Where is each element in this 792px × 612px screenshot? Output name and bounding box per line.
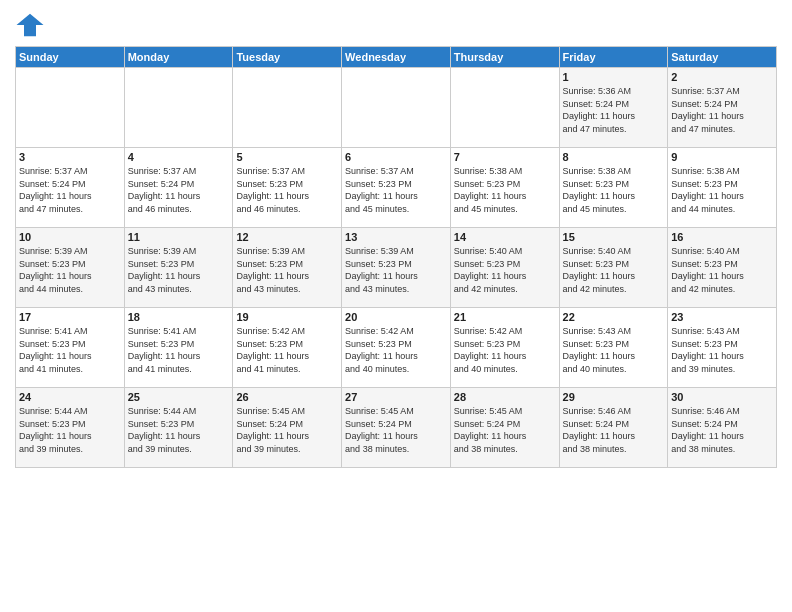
day-number: 25	[128, 391, 230, 403]
weekday-header-monday: Monday	[124, 47, 233, 68]
calendar-cell: 19Sunrise: 5:42 AM Sunset: 5:23 PM Dayli…	[233, 308, 342, 388]
weekday-header-wednesday: Wednesday	[342, 47, 451, 68]
day-info: Sunrise: 5:38 AM Sunset: 5:23 PM Dayligh…	[563, 165, 665, 215]
day-number: 8	[563, 151, 665, 163]
day-info: Sunrise: 5:41 AM Sunset: 5:23 PM Dayligh…	[128, 325, 230, 375]
day-info: Sunrise: 5:36 AM Sunset: 5:24 PM Dayligh…	[563, 85, 665, 135]
day-number: 1	[563, 71, 665, 83]
day-info: Sunrise: 5:37 AM Sunset: 5:24 PM Dayligh…	[128, 165, 230, 215]
weekday-header-saturday: Saturday	[668, 47, 777, 68]
day-number: 13	[345, 231, 447, 243]
day-number: 11	[128, 231, 230, 243]
calendar-cell: 29Sunrise: 5:46 AM Sunset: 5:24 PM Dayli…	[559, 388, 668, 468]
calendar-cell: 14Sunrise: 5:40 AM Sunset: 5:23 PM Dayli…	[450, 228, 559, 308]
calendar-cell: 1Sunrise: 5:36 AM Sunset: 5:24 PM Daylig…	[559, 68, 668, 148]
day-number: 9	[671, 151, 773, 163]
day-info: Sunrise: 5:37 AM Sunset: 5:24 PM Dayligh…	[671, 85, 773, 135]
day-number: 28	[454, 391, 556, 403]
day-info: Sunrise: 5:40 AM Sunset: 5:23 PM Dayligh…	[563, 245, 665, 295]
day-info: Sunrise: 5:40 AM Sunset: 5:23 PM Dayligh…	[454, 245, 556, 295]
header	[15, 10, 777, 40]
day-number: 3	[19, 151, 121, 163]
day-number: 27	[345, 391, 447, 403]
day-info: Sunrise: 5:38 AM Sunset: 5:23 PM Dayligh…	[671, 165, 773, 215]
week-row-1: 1Sunrise: 5:36 AM Sunset: 5:24 PM Daylig…	[16, 68, 777, 148]
day-info: Sunrise: 5:46 AM Sunset: 5:24 PM Dayligh…	[563, 405, 665, 455]
calendar-cell: 9Sunrise: 5:38 AM Sunset: 5:23 PM Daylig…	[668, 148, 777, 228]
day-info: Sunrise: 5:39 AM Sunset: 5:23 PM Dayligh…	[345, 245, 447, 295]
calendar-cell	[342, 68, 451, 148]
calendar-cell: 30Sunrise: 5:46 AM Sunset: 5:24 PM Dayli…	[668, 388, 777, 468]
day-info: Sunrise: 5:44 AM Sunset: 5:23 PM Dayligh…	[128, 405, 230, 455]
page: SundayMondayTuesdayWednesdayThursdayFrid…	[0, 0, 792, 612]
day-info: Sunrise: 5:37 AM Sunset: 5:24 PM Dayligh…	[19, 165, 121, 215]
calendar-table: SundayMondayTuesdayWednesdayThursdayFrid…	[15, 46, 777, 468]
day-number: 16	[671, 231, 773, 243]
day-number: 7	[454, 151, 556, 163]
weekday-header-sunday: Sunday	[16, 47, 125, 68]
day-number: 30	[671, 391, 773, 403]
day-number: 2	[671, 71, 773, 83]
calendar-cell	[16, 68, 125, 148]
day-info: Sunrise: 5:45 AM Sunset: 5:24 PM Dayligh…	[345, 405, 447, 455]
day-info: Sunrise: 5:43 AM Sunset: 5:23 PM Dayligh…	[563, 325, 665, 375]
calendar-cell: 28Sunrise: 5:45 AM Sunset: 5:24 PM Dayli…	[450, 388, 559, 468]
day-info: Sunrise: 5:45 AM Sunset: 5:24 PM Dayligh…	[454, 405, 556, 455]
day-number: 26	[236, 391, 338, 403]
day-number: 18	[128, 311, 230, 323]
logo	[15, 10, 49, 40]
day-number: 10	[19, 231, 121, 243]
day-info: Sunrise: 5:40 AM Sunset: 5:23 PM Dayligh…	[671, 245, 773, 295]
day-number: 6	[345, 151, 447, 163]
day-number: 20	[345, 311, 447, 323]
calendar-cell: 25Sunrise: 5:44 AM Sunset: 5:23 PM Dayli…	[124, 388, 233, 468]
calendar-cell: 18Sunrise: 5:41 AM Sunset: 5:23 PM Dayli…	[124, 308, 233, 388]
calendar-cell: 10Sunrise: 5:39 AM Sunset: 5:23 PM Dayli…	[16, 228, 125, 308]
weekday-header-thursday: Thursday	[450, 47, 559, 68]
calendar-cell	[233, 68, 342, 148]
calendar-cell: 24Sunrise: 5:44 AM Sunset: 5:23 PM Dayli…	[16, 388, 125, 468]
day-number: 22	[563, 311, 665, 323]
day-info: Sunrise: 5:46 AM Sunset: 5:24 PM Dayligh…	[671, 405, 773, 455]
calendar-cell: 12Sunrise: 5:39 AM Sunset: 5:23 PM Dayli…	[233, 228, 342, 308]
calendar-cell	[124, 68, 233, 148]
day-info: Sunrise: 5:39 AM Sunset: 5:23 PM Dayligh…	[19, 245, 121, 295]
calendar-cell: 15Sunrise: 5:40 AM Sunset: 5:23 PM Dayli…	[559, 228, 668, 308]
calendar-cell: 27Sunrise: 5:45 AM Sunset: 5:24 PM Dayli…	[342, 388, 451, 468]
calendar-cell: 17Sunrise: 5:41 AM Sunset: 5:23 PM Dayli…	[16, 308, 125, 388]
day-number: 24	[19, 391, 121, 403]
day-info: Sunrise: 5:41 AM Sunset: 5:23 PM Dayligh…	[19, 325, 121, 375]
day-info: Sunrise: 5:39 AM Sunset: 5:23 PM Dayligh…	[128, 245, 230, 295]
week-row-3: 10Sunrise: 5:39 AM Sunset: 5:23 PM Dayli…	[16, 228, 777, 308]
calendar-cell: 13Sunrise: 5:39 AM Sunset: 5:23 PM Dayli…	[342, 228, 451, 308]
calendar-cell: 26Sunrise: 5:45 AM Sunset: 5:24 PM Dayli…	[233, 388, 342, 468]
calendar-cell: 4Sunrise: 5:37 AM Sunset: 5:24 PM Daylig…	[124, 148, 233, 228]
week-row-4: 17Sunrise: 5:41 AM Sunset: 5:23 PM Dayli…	[16, 308, 777, 388]
calendar-cell: 8Sunrise: 5:38 AM Sunset: 5:23 PM Daylig…	[559, 148, 668, 228]
day-number: 12	[236, 231, 338, 243]
calendar-cell: 5Sunrise: 5:37 AM Sunset: 5:23 PM Daylig…	[233, 148, 342, 228]
day-number: 5	[236, 151, 338, 163]
day-info: Sunrise: 5:42 AM Sunset: 5:23 PM Dayligh…	[345, 325, 447, 375]
day-info: Sunrise: 5:38 AM Sunset: 5:23 PM Dayligh…	[454, 165, 556, 215]
svg-marker-0	[17, 14, 44, 37]
calendar-cell: 6Sunrise: 5:37 AM Sunset: 5:23 PM Daylig…	[342, 148, 451, 228]
calendar-cell: 3Sunrise: 5:37 AM Sunset: 5:24 PM Daylig…	[16, 148, 125, 228]
weekday-header-friday: Friday	[559, 47, 668, 68]
day-number: 29	[563, 391, 665, 403]
day-info: Sunrise: 5:45 AM Sunset: 5:24 PM Dayligh…	[236, 405, 338, 455]
calendar-cell: 23Sunrise: 5:43 AM Sunset: 5:23 PM Dayli…	[668, 308, 777, 388]
calendar-cell: 7Sunrise: 5:38 AM Sunset: 5:23 PM Daylig…	[450, 148, 559, 228]
weekday-header-row: SundayMondayTuesdayWednesdayThursdayFrid…	[16, 47, 777, 68]
calendar-cell: 16Sunrise: 5:40 AM Sunset: 5:23 PM Dayli…	[668, 228, 777, 308]
calendar-cell: 2Sunrise: 5:37 AM Sunset: 5:24 PM Daylig…	[668, 68, 777, 148]
day-info: Sunrise: 5:42 AM Sunset: 5:23 PM Dayligh…	[236, 325, 338, 375]
logo-icon	[15, 10, 45, 40]
week-row-5: 24Sunrise: 5:44 AM Sunset: 5:23 PM Dayli…	[16, 388, 777, 468]
calendar-cell: 22Sunrise: 5:43 AM Sunset: 5:23 PM Dayli…	[559, 308, 668, 388]
day-info: Sunrise: 5:37 AM Sunset: 5:23 PM Dayligh…	[236, 165, 338, 215]
day-number: 17	[19, 311, 121, 323]
day-info: Sunrise: 5:37 AM Sunset: 5:23 PM Dayligh…	[345, 165, 447, 215]
calendar-cell: 20Sunrise: 5:42 AM Sunset: 5:23 PM Dayli…	[342, 308, 451, 388]
day-number: 4	[128, 151, 230, 163]
